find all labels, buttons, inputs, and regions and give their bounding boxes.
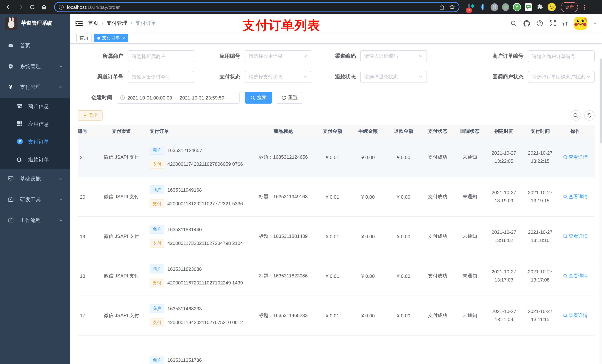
tag-close-icon[interactable]: × — [123, 36, 125, 40]
toggle-search-button[interactable] — [570, 110, 581, 121]
address-bar[interactable]: localhost:1024/pay/order — [54, 2, 460, 12]
merchant-order-no-input[interactable] — [532, 53, 591, 59]
view-detail-link[interactable]: 查看详情 — [563, 312, 588, 319]
pay-status: 支付成功 — [421, 154, 454, 161]
fullscreen-icon[interactable] — [549, 20, 556, 27]
tag-pay-order[interactable]: 支付订单 × — [94, 34, 128, 42]
pay-order-no: 420000117420211027806059 0766 — [167, 161, 243, 167]
search-icon — [563, 195, 567, 199]
export-button[interactable]: 导出 — [78, 110, 103, 121]
merchant-order-no: 1635312124657 — [167, 147, 202, 153]
table-row[interactable]: 20 微信 JSAPI 支付 商户 1635311949168 支付 42000… — [78, 177, 595, 217]
back-icon[interactable] — [4, 2, 13, 12]
goods-title: 标题：1635311881439 — [252, 233, 315, 240]
chevron-down-icon — [419, 53, 423, 60]
pay-amount: ¥ 0.01 — [315, 313, 350, 318]
search-icon — [563, 234, 567, 239]
tag-home[interactable]: 首页 — [76, 34, 92, 42]
table-row[interactable]: 18 微信 JSAPI 支付 商户 1635311823086 支付 42000… — [78, 256, 595, 296]
yen-icon: ¥ — [7, 83, 14, 91]
payment-submenu: 商户信息 应用信息 ¥ 支付订单 — [0, 98, 70, 169]
sketch-extension-icon[interactable]: 10 — [467, 3, 475, 11]
user-avatar[interactable] — [574, 17, 587, 30]
status-dot-extension-icon[interactable] — [502, 3, 509, 11]
breadcrumb-home[interactable]: 首页 — [88, 20, 98, 27]
yudao-extension-icon[interactable]: Y — [513, 3, 521, 11]
monitor-chart-icon — [7, 176, 14, 183]
grid-icon — [16, 121, 23, 128]
sidebar-item-home[interactable]: 首页 — [0, 35, 70, 56]
search-icon — [573, 113, 578, 118]
notify-status: 未通知 — [454, 273, 486, 279]
chat-extension-icon[interactable] — [525, 3, 532, 11]
app-logo[interactable]: 芋道管理系统 — [0, 14, 70, 32]
create-time-range-input[interactable]: 2021-10-01 00:00:00 - 2021-10-31 23:59:5… — [117, 92, 239, 104]
pay-order-no: 420000116720211027102249 1439 — [167, 280, 243, 286]
spinnaker-extension-icon[interactable] — [479, 3, 487, 11]
avatar-caret-icon[interactable]: ▼ — [593, 21, 597, 25]
table-header-row: 编号 支付渠道 支付订单 商品标题 支付金额 手续金额 退款金额 支付状态 回调… — [78, 125, 595, 138]
created-time: 2021-10-2713:17:03 — [486, 268, 522, 284]
font-size-icon[interactable]: TT — [562, 20, 568, 26]
view-detail-link[interactable]: 查看详情 — [563, 193, 588, 200]
refund-amount: ¥ 0.00 — [386, 194, 421, 199]
bookmark-star-icon[interactable] — [449, 4, 455, 10]
chevron-down-icon — [59, 176, 63, 182]
sidebar-item-payment[interactable]: ¥ 支付管理 — [0, 77, 70, 98]
channel-code-select[interactable]: 请输入渠道编码 — [360, 50, 427, 62]
chevron-up-icon — [59, 84, 63, 90]
share-icon[interactable] — [439, 4, 445, 10]
app-select[interactable]: 请选择应用信息 — [245, 50, 311, 62]
scrollbar[interactable] — [599, 58, 602, 364]
breadcrumb-payment[interactable]: 支付管理 — [107, 20, 127, 27]
merchant-chip: 商户 — [150, 264, 164, 273]
view-detail-link[interactable]: 查看详情 — [563, 273, 588, 279]
merchant-filter-input[interactable] — [132, 53, 190, 59]
table-row[interactable]: 17 微信 JSAPI 支付 商户 1635311468233 支付 42000… — [78, 296, 595, 335]
sidebar-item-workflow[interactable]: 工作流程 — [0, 210, 70, 231]
sidebar-item-pay-order[interactable]: ¥ 支付订单 — [0, 133, 70, 151]
url-text[interactable]: localhost:1024/pay/order — [67, 4, 120, 10]
reset-button[interactable]: 重置 — [276, 92, 303, 104]
scrollbar-thumb[interactable] — [600, 58, 602, 144]
pay-status-select[interactable]: 请选择支付状态 — [245, 71, 311, 83]
sidebar-item-infrastructure[interactable]: 基础设施 — [0, 169, 70, 189]
forward-icon[interactable] — [16, 2, 25, 12]
pay-chip: 支付 — [150, 239, 164, 248]
search-button[interactable]: 搜索 — [245, 92, 272, 104]
refresh-list-button[interactable] — [584, 110, 595, 121]
info-icon[interactable] — [58, 4, 64, 10]
view-detail-link[interactable]: 查看详情 — [563, 233, 588, 240]
view-detail-link[interactable]: 查看详情 — [563, 154, 588, 161]
sidebar-item-merchant-info[interactable]: 商户信息 — [0, 98, 70, 115]
refund-amount: ¥ 0.00 — [386, 273, 421, 279]
table-row[interactable]: 19 微信 JSAPI 支付 商户 1635311881440 支付 42000… — [78, 217, 595, 256]
sidebar-item-refund-order[interactable]: 退款订单 — [0, 151, 70, 169]
browser-menu-icon[interactable] — [584, 5, 585, 10]
merchant-order-no: 1635311881440 — [167, 227, 202, 232]
github-icon[interactable] — [523, 20, 530, 27]
created-time: 2021-10-2713:18:02 — [486, 228, 522, 245]
table-row[interactable]: 21 微信 JSAPI 支付 商户 1635312124657 支付 42000… — [78, 138, 595, 177]
refresh-icon — [281, 95, 286, 100]
refund-status-select[interactable]: 请选择退款状态 — [360, 71, 427, 83]
sidebar-item-dev-tools[interactable]: 研发工具 — [0, 189, 70, 210]
command-extension-icon[interactable]: ⌘ — [491, 3, 498, 11]
paid-time: 2021-10-2713:22:15 — [522, 149, 558, 165]
home-icon[interactable] — [39, 2, 49, 12]
yen-circle-icon: ¥ — [16, 138, 23, 146]
notify-status-select[interactable]: 请选择订单回调商户状态 — [528, 71, 595, 83]
sidebar-item-app-info[interactable]: 应用信息 — [0, 115, 70, 133]
refresh-icon — [587, 113, 592, 118]
chrome-update-button[interactable]: 更新 — [561, 2, 578, 12]
help-icon[interactable] — [537, 20, 543, 27]
sidebar-toggle-icon[interactable] — [75, 20, 83, 27]
fee-amount: ¥ 0.00 — [350, 234, 386, 239]
search-icon[interactable] — [511, 20, 517, 26]
channel-order-no-input[interactable] — [132, 74, 190, 80]
pay-status: 支付成功 — [421, 233, 454, 240]
profile-avatar-icon[interactable] — [548, 3, 556, 11]
extensions-puzzle-icon[interactable] — [536, 3, 544, 11]
sidebar-item-system[interactable]: 系统管理 — [0, 56, 70, 77]
reload-icon[interactable] — [27, 2, 37, 12]
